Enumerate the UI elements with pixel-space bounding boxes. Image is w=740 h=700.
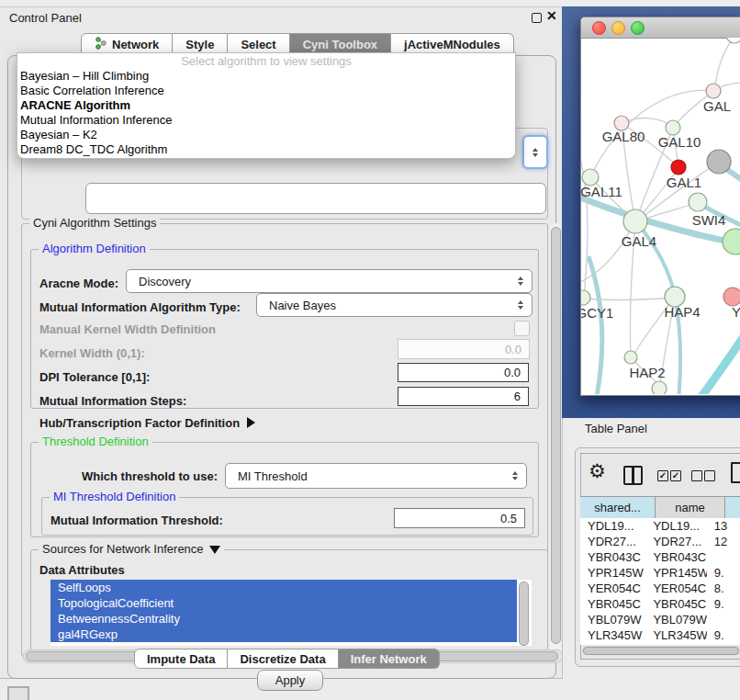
algorithm-combobox-button[interactable] bbox=[522, 135, 548, 169]
node-label-gal1: GAL1 bbox=[667, 175, 701, 190]
unchecked-checkbox-icon[interactable] bbox=[691, 470, 702, 481]
network-node-red-node[interactable] bbox=[671, 160, 686, 175]
scrollbar-thumb[interactable] bbox=[583, 647, 739, 655]
table-cell: 9. bbox=[707, 565, 740, 581]
network-view-window[interactable]: GALGAL80GAL10GAL1GAL11GAL4SWI4GCY1HAP4YH… bbox=[580, 17, 740, 396]
zoom-traffic-light-icon[interactable] bbox=[631, 21, 645, 35]
which-threshold-select[interactable]: MI Threshold bbox=[225, 463, 527, 489]
aracne-mode-value: Discovery bbox=[139, 275, 191, 288]
hub-definition-label: Hub/Transcription Factor Definition bbox=[39, 416, 240, 430]
tab-infer-network[interactable]: Infer Network bbox=[339, 649, 440, 669]
table-cell: YLR345W bbox=[580, 627, 645, 643]
network-node-node-top-cut[interactable] bbox=[726, 38, 740, 43]
list-scrollbar[interactable] bbox=[519, 581, 529, 646]
close-traffic-light-icon[interactable] bbox=[592, 21, 606, 35]
table-row[interactable]: YBL079WYBL079W bbox=[580, 612, 740, 627]
tab-discretize-data[interactable]: Discretize Data bbox=[228, 649, 338, 669]
network-node-gcy1[interactable] bbox=[581, 290, 590, 305]
network-window-titlebar[interactable] bbox=[581, 17, 740, 39]
table-row[interactable]: YPR145WYPR145W9. bbox=[580, 565, 740, 581]
scrollbar-thumb[interactable] bbox=[551, 227, 561, 644]
column-header-shared[interactable]: shared... bbox=[580, 497, 656, 518]
network-edge[interactable] bbox=[714, 38, 734, 90]
checked-checkbox-icon[interactable]: ✓ bbox=[670, 470, 681, 481]
tab-network[interactable]: Network bbox=[81, 33, 173, 54]
minimize-traffic-light-icon[interactable] bbox=[611, 21, 625, 35]
table-cell: 12 bbox=[707, 534, 740, 549]
network-node-gray-node[interactable] bbox=[707, 150, 731, 174]
table-row[interactable]: YBR043CYBR043C bbox=[580, 549, 740, 565]
dropdown-item-mutual-information-inference[interactable]: Mutual Information Inference bbox=[17, 113, 515, 128]
table-row[interactable]: YLR345WYLR345W9. bbox=[580, 627, 740, 643]
node-label-gal10: GAL10 bbox=[658, 134, 701, 150]
network-node-gal-partial[interactable] bbox=[706, 84, 721, 98]
data-attributes-label: Data Attributes bbox=[39, 563, 125, 577]
dropdown-item-basic-correlation-inference[interactable]: Basic Correlation Inference bbox=[17, 84, 515, 98]
tab-style[interactable]: Style bbox=[173, 33, 228, 54]
node-label-hap4: HAP4 bbox=[664, 304, 700, 320]
network-node-node-bottom-cut[interactable] bbox=[652, 381, 667, 394]
network-node-gal4[interactable] bbox=[623, 209, 647, 233]
mi-threshold-input[interactable]: 0.5 bbox=[394, 508, 525, 528]
panel-vertical-scrollbar[interactable] bbox=[550, 223, 561, 657]
network-node-gal1[interactable] bbox=[689, 193, 707, 211]
list-item-gal4rgexp[interactable]: gal4RGexp bbox=[50, 627, 517, 642]
network-node-hap2[interactable] bbox=[624, 351, 637, 364]
document-icon[interactable] bbox=[731, 462, 740, 483]
mi-type-select[interactable]: Naive Bayes bbox=[256, 293, 533, 317]
data-attributes-list[interactable]: SelfLoopsTopologicalCoefficientBetweenne… bbox=[50, 580, 532, 646]
close-icon[interactable]: ✕ bbox=[546, 8, 557, 23]
network-canvas[interactable]: GALGAL80GAL10GAL1GAL11GAL4SWI4GCY1HAP4YH… bbox=[581, 38, 740, 394]
table-row[interactable]: YIL052CYIL052C9 bbox=[580, 643, 740, 645]
mi-steps-value: 6 bbox=[514, 390, 521, 403]
table-horizontal-scrollbar[interactable] bbox=[582, 646, 740, 655]
tab-label: Network bbox=[112, 38, 159, 51]
dpi-tolerance-label: DPI Tolerance [0,1]: bbox=[39, 370, 150, 384]
checked-checkbox-icon[interactable]: ✓ bbox=[657, 470, 668, 481]
corner-widget bbox=[7, 686, 29, 700]
column-layout-icon[interactable] bbox=[623, 466, 643, 485]
apply-button[interactable]: Apply bbox=[257, 670, 323, 691]
network-edge[interactable] bbox=[581, 143, 588, 297]
dropdown-item-aracne-algorithm[interactable]: ARACNE Algorithm bbox=[17, 98, 515, 113]
network-node-swi4[interactable] bbox=[723, 229, 740, 254]
table-row[interactable]: YDR27...YDR27...12 bbox=[580, 534, 740, 549]
network-edge[interactable] bbox=[581, 222, 634, 284]
tab-jactivemnodules[interactable]: jActiveMNodules bbox=[391, 33, 514, 54]
table-row[interactable]: YDL19...YDL19...13 bbox=[580, 518, 740, 534]
manual-kernel-label: Manual Kernel Width Definition bbox=[39, 322, 216, 336]
aracne-mode-select[interactable]: Discovery bbox=[126, 269, 533, 293]
mi-steps-input[interactable]: 6 bbox=[398, 387, 529, 406]
manual-kernel-checkbox[interactable] bbox=[514, 321, 530, 336]
sources-title: Sources for Network Inference bbox=[42, 542, 204, 556]
tab-impute-data[interactable]: Impute Data bbox=[134, 649, 228, 669]
dropdown-item-bayesian-k2[interactable]: Bayesian – K2 bbox=[17, 128, 515, 142]
unchecked-checkbox-icon[interactable] bbox=[704, 470, 715, 481]
gear-icon[interactable]: ⚙ bbox=[589, 460, 606, 482]
tab-cyni-toolbox[interactable]: Cyni Toolbox bbox=[290, 33, 391, 54]
dropdown-item-bayesian-hill-climbing[interactable]: Bayesian – Hill Climbing bbox=[17, 69, 515, 84]
list-item-topologicalcoefficient[interactable]: TopologicalCoefficient bbox=[50, 595, 517, 611]
hidden-combobox bbox=[85, 183, 546, 214]
network-node-gal10[interactable] bbox=[666, 120, 680, 135]
node-label-gal-partial: GAL bbox=[703, 98, 731, 114]
dpi-tolerance-input[interactable]: 0.0 bbox=[398, 363, 529, 382]
network-node-pink-node[interactable] bbox=[723, 288, 740, 306]
network-edge[interactable] bbox=[589, 256, 602, 394]
float-window-icon[interactable] bbox=[532, 13, 542, 23]
mi-type-label: Mutual Information Algorithm Type: bbox=[39, 300, 241, 314]
tab-label: Select bbox=[241, 38, 275, 51]
list-item-betweennesscentrality[interactable]: BetweennessCentrality bbox=[50, 611, 517, 627]
node-label-gal4: GAL4 bbox=[622, 233, 656, 249]
table-row[interactable]: YER054CYER054C8. bbox=[580, 581, 740, 596]
sources-toggle[interactable]: Sources for Network Inference bbox=[39, 542, 224, 556]
tab-select[interactable]: Select bbox=[228, 33, 289, 54]
column-header-name[interactable]: name bbox=[656, 497, 725, 518]
column-header-a[interactable]: A bbox=[725, 497, 740, 518]
hub-definition-toggle[interactable]: Hub/Transcription Factor Definition bbox=[39, 416, 255, 430]
table-cell: YPR145W bbox=[645, 565, 706, 581]
list-item-selfloops[interactable]: SelfLoops bbox=[50, 580, 517, 595]
table-row[interactable]: YBR045CYBR045C9. bbox=[580, 596, 740, 612]
dropdown-item-dream8-dc-tdc-algorithm[interactable]: Dream8 DC_TDC Algorithm bbox=[17, 142, 515, 157]
kernel-width-input: 0.0 bbox=[398, 339, 530, 359]
